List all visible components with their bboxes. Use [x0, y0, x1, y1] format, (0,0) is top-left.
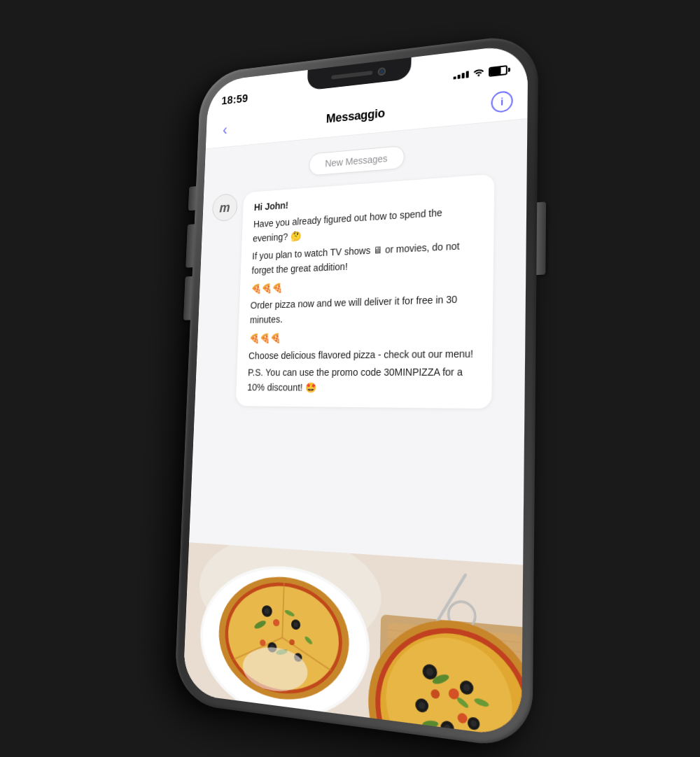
signal-icon [454, 71, 469, 79]
power-button [536, 201, 546, 275]
status-icons [454, 64, 511, 83]
status-time: 18:59 [221, 92, 248, 108]
content-area: New Messages m Hi John! Have you already… [183, 119, 527, 737]
back-button[interactable]: ‹ [218, 118, 232, 141]
app-title: Messaggio [326, 106, 385, 126]
phone-device: 18:59 [174, 32, 538, 750]
message-bubble: Hi John! Have you already figured out ho… [236, 174, 495, 409]
volume-up-button [186, 224, 195, 267]
message-container: m Hi John! Have you already figured out … [195, 171, 526, 409]
avatar: m [212, 193, 238, 222]
scene: 18:59 [0, 0, 700, 757]
phone-bezel: 18:59 [183, 43, 528, 737]
front-camera [378, 67, 386, 76]
info-button[interactable]: i [491, 90, 512, 113]
message-section2-text: Order pizza now and we will deliver it f… [250, 292, 480, 327]
new-messages-badge: New Messages [309, 146, 405, 176]
pizza-image [183, 542, 523, 737]
mute-button [188, 186, 196, 211]
volume-down-button [183, 276, 192, 320]
phone-screen: 18:59 [183, 43, 528, 737]
message-section3-text: Choose delicious flavored pizza - check … [248, 346, 479, 364]
message-ps: P.S. You can use the promo code 30MINPIZ… [247, 365, 479, 396]
speaker [331, 71, 372, 80]
battery-icon [489, 65, 510, 77]
wifi-icon [472, 66, 486, 80]
